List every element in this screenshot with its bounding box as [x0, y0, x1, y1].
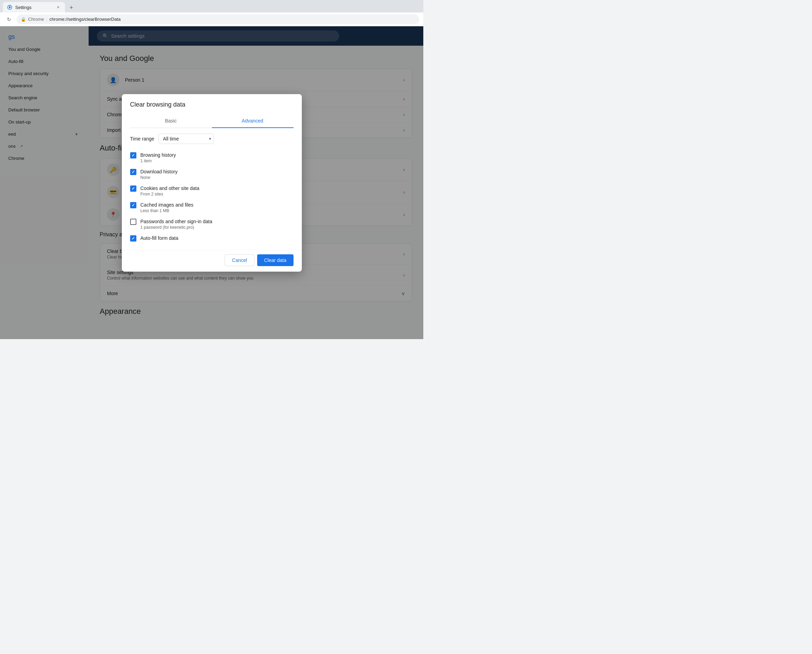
address-bar: ↻ 🔒 Chrome | chrome://settings/clearBrow…: [0, 12, 423, 26]
cached-images-sub: Less than 1 MB: [141, 208, 294, 213]
tab-title: Settings: [15, 5, 32, 10]
lock-icon: 🔒: [21, 17, 26, 22]
url-path: chrome://settings/clearBrowserData: [49, 17, 121, 22]
autofill-form-label: Auto-fill form data: [141, 235, 294, 241]
check-icon-6: ✓: [132, 236, 135, 241]
tab-basic-label: Basic: [165, 118, 176, 124]
modal-title: Clear browsing data: [130, 101, 294, 108]
browsing-history-label: Browsing history: [141, 152, 294, 158]
cached-images-label: Cached images and files: [141, 202, 294, 208]
passwords-checkbox[interactable]: [130, 219, 136, 225]
url-separator: |: [46, 17, 47, 22]
download-history-sub: None: [141, 175, 294, 180]
check-icon-2: ✓: [132, 170, 135, 174]
cookies-content: Cookies and other site data From 2 sites: [141, 185, 294, 197]
autofill-form-content: Auto-fill form data: [141, 235, 294, 241]
browser-frame: Settings × + ↻ 🔒 Chrome | chrome://setti…: [0, 0, 423, 339]
browsing-history-checkbox[interactable]: ✓: [130, 152, 136, 159]
modal-tabs: Basic Advanced: [130, 114, 294, 128]
settings-container: gs You and Google Auto-fill Privacy and …: [0, 26, 423, 339]
cached-images-row: ✓ Cached images and files Less than 1 MB: [130, 199, 294, 216]
cached-images-checkbox[interactable]: ✓: [130, 202, 136, 208]
cookies-label: Cookies and other site data: [141, 185, 294, 191]
passwords-row-modal: Passwords and other sign-in data 1 passw…: [130, 216, 294, 232]
clear-data-button[interactable]: Clear data: [257, 254, 294, 266]
modal-footer: Cancel Clear data: [122, 250, 302, 272]
tab-bar: Settings × +: [0, 0, 423, 12]
check-icon-4: ✓: [132, 203, 135, 208]
modal-overlay: Clear browsing data Basic Advanced Time …: [0, 26, 423, 339]
download-history-label: Download history: [141, 169, 294, 174]
new-tab-button[interactable]: +: [66, 3, 76, 12]
autofill-form-checkbox[interactable]: ✓: [130, 235, 136, 241]
passwords-sub: 1 password (for keenetic.pro): [141, 225, 294, 230]
time-range-select[interactable]: Last hour Last 24 hours Last 7 days Last…: [159, 134, 214, 144]
modal-header: Clear browsing data Basic Advanced: [122, 94, 302, 128]
svg-point-2: [9, 6, 11, 8]
tab-advanced-label: Advanced: [242, 118, 263, 124]
settings-tab-icon: [7, 5, 12, 10]
browsing-history-sub: 1 item: [141, 159, 294, 164]
clear-browsing-modal: Clear browsing data Basic Advanced Time …: [122, 94, 302, 272]
download-history-checkbox[interactable]: ✓: [130, 169, 136, 175]
passwords-content-modal: Passwords and other sign-in data 1 passw…: [141, 219, 294, 230]
download-history-row: ✓ Download history None: [130, 166, 294, 183]
autofill-form-row: ✓ Auto-fill form data: [130, 232, 294, 244]
passwords-label-modal: Passwords and other sign-in data: [141, 219, 294, 224]
url-bar[interactable]: 🔒 Chrome | chrome://settings/clearBrowse…: [17, 15, 419, 24]
active-tab[interactable]: Settings ×: [3, 2, 65, 12]
cookies-checkbox[interactable]: ✓: [130, 185, 136, 192]
cookies-sub: From 2 sites: [141, 192, 294, 197]
check-icon-1: ✓: [132, 153, 135, 158]
modal-body: Time range Last hour Last 24 hours Last …: [122, 128, 302, 250]
cached-images-content: Cached images and files Less than 1 MB: [141, 202, 294, 213]
check-icon-3: ✓: [132, 186, 135, 191]
reload-button[interactable]: ↻: [4, 15, 14, 24]
time-range-label: Time range: [130, 136, 154, 142]
time-range-select-wrapper[interactable]: Last hour Last 24 hours Last 7 days Last…: [159, 134, 214, 144]
cookies-row: ✓ Cookies and other site data From 2 sit…: [130, 183, 294, 199]
tab-advanced[interactable]: Advanced: [212, 114, 294, 128]
tab-close-button[interactable]: ×: [55, 5, 61, 10]
tab-basic[interactable]: Basic: [130, 114, 212, 128]
cancel-button[interactable]: Cancel: [225, 254, 254, 266]
browsing-history-content: Browsing history 1 item: [141, 152, 294, 164]
download-history-content: Download history None: [141, 169, 294, 180]
browsing-history-row: ✓ Browsing history 1 item: [130, 150, 294, 166]
url-prefix: Chrome: [28, 17, 44, 22]
time-range-row: Time range Last hour Last 24 hours Last …: [130, 134, 294, 144]
